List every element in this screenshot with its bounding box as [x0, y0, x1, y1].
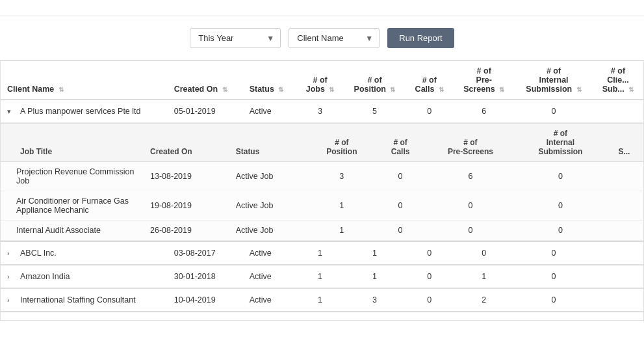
- job-created-on-cell: 13-08-2019: [144, 162, 229, 191]
- job-created-on-cell: 26-08-2019: [144, 221, 229, 241]
- job-s-cell: [605, 221, 643, 241]
- col-num-position: # ofPosition ⇅: [344, 61, 406, 100]
- table-row: › Peter Staff 10-07-2017 Active 16: [1, 312, 643, 321]
- col-num-internal-sub: # ofInternalSubmission ⇅: [515, 61, 593, 100]
- expand-icon[interactable]: ›: [7, 249, 16, 257]
- job-calls-cell: 0: [376, 221, 425, 241]
- num-jobs-cell: 3: [296, 100, 343, 123]
- job-row: Air Conditioner or Furnace Gas Appliance…: [1, 191, 643, 221]
- sort-icon-internal-sub[interactable]: ⇅: [576, 86, 582, 93]
- sub-col-s: S...: [605, 124, 643, 162]
- sort-icon-prescreens[interactable]: ⇅: [499, 86, 504, 93]
- job-title-cell: Air Conditioner or Furnace Gas Appliance…: [1, 191, 144, 221]
- client-name-cell: › Peter Staff: [1, 312, 168, 321]
- job-row: Projection Revenue Commission Job 13-08-…: [1, 162, 643, 191]
- status-cell: Active: [243, 241, 297, 265]
- expand-icon[interactable]: ▾: [7, 107, 16, 116]
- num-internal-sub-cell: 0: [515, 288, 593, 312]
- sub-col-position: # ofPosition: [307, 124, 376, 162]
- table-header-row: Client Name ⇅ Created On ⇅ Status ⇅ # of…: [1, 61, 643, 100]
- job-title-cell: Internal Audit Associate: [1, 221, 144, 241]
- client-name-value: A Plus manpower services Pte ltd: [20, 107, 141, 116]
- year-filter-select[interactable]: This Year Last Year All Time: [190, 28, 281, 48]
- main-table-container: Client Name ⇅ Created On ⇅ Status ⇅ # of…: [0, 61, 644, 321]
- col-num-calls: # ofCalls ⇅: [406, 61, 453, 100]
- num-position-cell: 1: [344, 265, 406, 288]
- status-cell: Active: [243, 265, 297, 288]
- job-position-cell: 1: [307, 221, 376, 241]
- sort-icon-status[interactable]: ⇅: [278, 86, 283, 93]
- sub-col-prescreens: # ofPre-Screens: [425, 124, 516, 162]
- job-status-cell: Active Job: [229, 191, 308, 221]
- num-calls-cell: 0: [406, 265, 453, 288]
- num-jobs-cell: 1: [296, 241, 343, 265]
- created-on-cell: 10-07-2017: [168, 312, 243, 321]
- sub-header-row: Job Title Created On Status # ofPosition…: [1, 124, 643, 162]
- client-name-value: Amazon India: [20, 272, 70, 281]
- job-calls-cell: 0: [376, 191, 425, 221]
- expand-icon[interactable]: ›: [7, 296, 16, 304]
- num-client-sub-cell: [593, 100, 643, 123]
- sort-icon-calls[interactable]: ⇅: [439, 86, 444, 93]
- expand-icon[interactable]: ›: [7, 319, 16, 321]
- expand-icon[interactable]: ›: [7, 273, 16, 280]
- job-prescreens-cell: 6: [425, 162, 516, 191]
- sub-col-created-on: Created On: [144, 124, 229, 162]
- num-prescreens-cell: [453, 312, 515, 321]
- num-prescreens-cell: 0: [453, 241, 515, 265]
- num-jobs-cell: 1: [296, 288, 343, 312]
- col-num-jobs: # ofJobs ⇅: [296, 61, 343, 100]
- num-client-sub-cell: [593, 241, 643, 265]
- run-report-button[interactable]: Run Report: [387, 28, 454, 48]
- num-calls-cell: [406, 312, 453, 321]
- num-position-cell: 1: [344, 241, 406, 265]
- created-on-cell: 30-01-2018: [168, 265, 243, 288]
- col-created-on: Created On ⇅: [168, 61, 243, 100]
- sub-col-calls: # ofCalls: [376, 124, 425, 162]
- num-jobs-cell: 16: [296, 312, 343, 321]
- job-title-cell: Projection Revenue Commission Job: [1, 162, 144, 191]
- client-name-cell: › ABCL Inc.: [1, 241, 168, 265]
- sort-icon-created-on[interactable]: ⇅: [222, 86, 227, 93]
- client-name-value: ABCL Inc.: [20, 249, 57, 258]
- client-name-cell: › Amazon India: [1, 265, 168, 288]
- job-calls-cell: 0: [376, 162, 425, 191]
- num-prescreens-cell: 2: [453, 288, 515, 312]
- col-client-name: Client Name ⇅: [1, 61, 168, 100]
- created-on-cell: 03-08-2017: [168, 241, 243, 265]
- job-prescreens-cell: 0: [425, 191, 516, 221]
- year-filter-wrapper: This Year Last Year All Time ▼: [190, 28, 281, 48]
- page-header: [0, 0, 644, 16]
- sub-table-cell: Job Title Created On Status # ofPosition…: [1, 123, 643, 242]
- status-cell: Active: [243, 288, 297, 312]
- num-jobs-cell: 1: [296, 265, 343, 288]
- sub-col-internal-sub: # ofInternalSubmission: [516, 124, 605, 162]
- num-prescreens-cell: 1: [453, 265, 515, 288]
- table-row: › ABCL Inc. 03-08-2017 Active 1 1 0 0 0: [1, 241, 643, 265]
- table-body: ▾ A Plus manpower services Pte ltd 05-01…: [1, 100, 643, 321]
- filter-bar: This Year Last Year All Time ▼ Client Na…: [0, 16, 644, 61]
- num-internal-sub-cell: [515, 312, 593, 321]
- client-name-cell: ▾ A Plus manpower services Pte ltd: [1, 100, 168, 123]
- client-filter-select[interactable]: Client Name: [289, 28, 380, 48]
- created-on-cell: 10-04-2019: [168, 288, 243, 312]
- job-prescreens-cell: 0: [425, 221, 516, 241]
- table-row: › International Staffing Consultant 10-0…: [1, 288, 643, 312]
- num-client-sub-cell: [593, 288, 643, 312]
- sort-icon-client-name[interactable]: ⇅: [58, 86, 64, 93]
- col-status: Status ⇅: [243, 61, 297, 100]
- client-filter-wrapper: Client Name ▼: [289, 28, 380, 48]
- sort-icon-client-sub[interactable]: ⇅: [628, 86, 634, 93]
- job-s-cell: [605, 191, 643, 221]
- job-internal-sub-cell: 0: [516, 162, 605, 191]
- sort-icon-position[interactable]: ⇅: [390, 86, 395, 93]
- client-name-value: International Staffing Consultant: [20, 295, 136, 305]
- num-calls-cell: 0: [406, 288, 453, 312]
- num-client-sub-cell: [593, 265, 643, 288]
- num-internal-sub-cell: 0: [515, 100, 593, 123]
- col-num-prescreens: # ofPre-Screens ⇅: [453, 61, 515, 100]
- job-s-cell: [605, 162, 643, 191]
- sort-icon-jobs[interactable]: ⇅: [329, 86, 334, 93]
- num-position-cell: 5: [344, 100, 406, 123]
- job-position-cell: 3: [307, 162, 376, 191]
